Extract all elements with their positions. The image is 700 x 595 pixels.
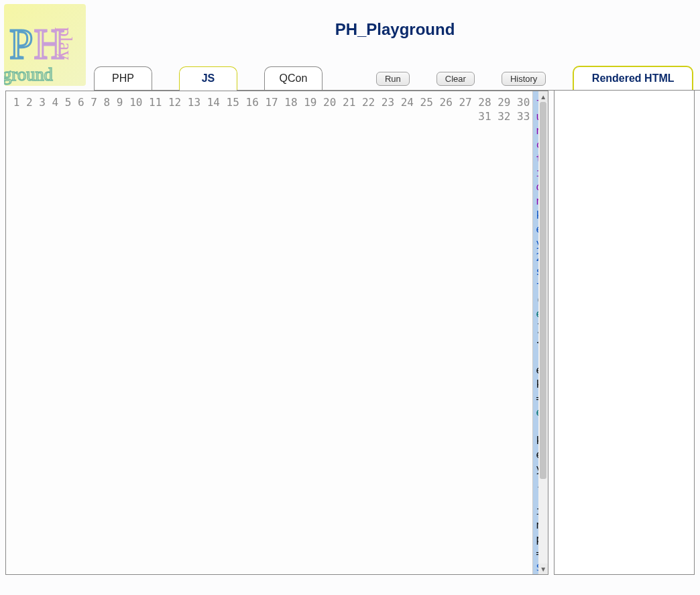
editor-scrollbar[interactable]: ▲ ▼ xyxy=(538,91,548,574)
svg-text:ground: ground xyxy=(4,64,53,85)
tab-qcon[interactable]: QCon xyxy=(264,66,323,90)
svg-text:P: P xyxy=(9,21,33,68)
line-gutter: 1 2 3 4 5 6 7 8 9 10 11 12 13 14 15 16 1… xyxy=(6,91,533,574)
tab-rendered-html[interactable]: Rendered HTML xyxy=(573,66,693,90)
clear-button[interactable]: Clear xyxy=(436,72,475,86)
tab-php[interactable]: PHP xyxy=(94,66,152,90)
scroll-thumb[interactable] xyxy=(540,102,546,479)
code-editor[interactable]: 1 2 3 4 5 6 7 8 9 10 11 12 13 14 15 16 1… xyxy=(5,91,548,575)
history-button[interactable]: History xyxy=(502,72,546,86)
code-area[interactable]: function key2sf (e) { ek = e.key; inp = … xyxy=(533,91,538,574)
run-button[interactable]: Run xyxy=(376,72,410,86)
page-title: PH_Playground xyxy=(90,20,700,39)
rendered-html-panel xyxy=(554,91,695,575)
svg-text:play: play xyxy=(55,28,76,61)
scroll-up-icon[interactable]: ▲ xyxy=(538,91,548,102)
tab-js[interactable]: JS xyxy=(179,66,237,90)
tab-bar: PHP JS QCon Run Clear History Rendered H… xyxy=(94,66,700,91)
logo: P H play ground xyxy=(4,4,86,86)
scroll-down-icon[interactable]: ▼ xyxy=(538,563,548,574)
